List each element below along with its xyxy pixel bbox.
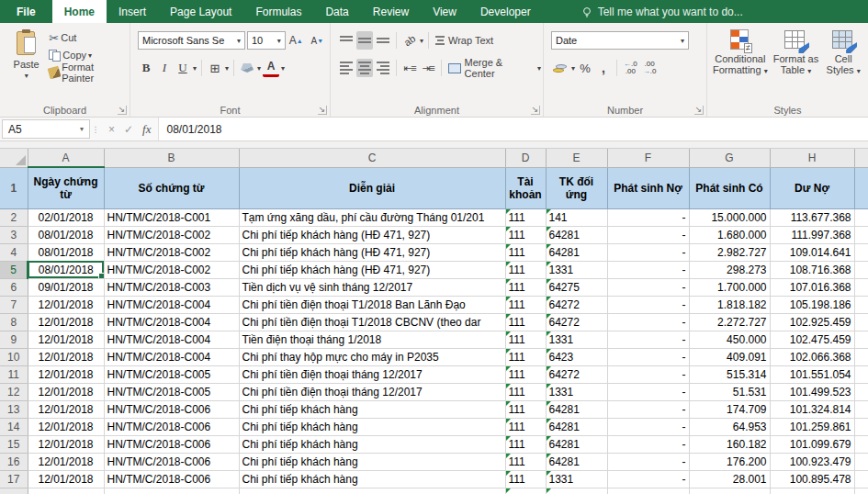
conditional-formatting-button[interactable]: ≠ Conditional Formatting ▾ (712, 26, 769, 102)
cell-B11[interactable]: HN/TM/C/2018-C005 (104, 365, 239, 383)
header-cell-B1[interactable]: Số chứng từ (104, 167, 239, 208)
cell-H13[interactable]: 101.324.814 (770, 400, 854, 418)
cell-A16[interactable]: 12/01/2018 (28, 453, 104, 470)
row-header-13[interactable]: 13 (0, 400, 28, 418)
column-header-partial[interactable] (854, 149, 868, 167)
italic-button[interactable]: I (156, 59, 173, 77)
cell-H2[interactable]: 113.677.368 (770, 208, 854, 226)
font-dialog-launcher[interactable]: ↘ (318, 106, 327, 115)
cell-F15[interactable]: - (607, 435, 689, 453)
cell-E11[interactable]: 64272 (546, 365, 607, 383)
cell-C11[interactable]: Chi phí tiền điện thoại tháng 12/2017 (239, 365, 505, 383)
cell-H15[interactable]: 101.099.679 (770, 435, 854, 453)
cell-H9[interactable]: 102.475.459 (770, 331, 854, 348)
header-cell-C1[interactable]: Diễn giải (239, 167, 505, 208)
cell-G17[interactable]: 28.001 (689, 470, 770, 488)
cell-D6[interactable]: 111 (505, 278, 546, 296)
cell-G11[interactable]: 515.314 (689, 365, 770, 383)
cell-partial-15[interactable] (854, 435, 868, 453)
align-right-button[interactable] (375, 59, 391, 77)
cell-F17[interactable]: - (607, 470, 689, 488)
format-painter-button[interactable]: Format Painter (49, 65, 128, 80)
formula-bar-input[interactable]: 08/01/2018 (159, 118, 868, 140)
row-header-6[interactable]: 6 (0, 278, 28, 296)
cell-E5[interactable]: 1331 (546, 261, 607, 278)
cell-H10[interactable]: 102.066.368 (770, 348, 854, 365)
cell-A11[interactable]: 12/01/2018 (28, 365, 104, 383)
cell-partial-17[interactable] (854, 470, 868, 488)
increase-indent-button[interactable]: ⇥≡ (420, 59, 436, 77)
tab-home[interactable]: Home (52, 0, 107, 23)
clipboard-dialog-launcher[interactable]: ↘ (118, 106, 127, 115)
cell-G8[interactable]: 2.272.727 (689, 313, 770, 331)
center-button[interactable] (356, 59, 373, 77)
column-header-H[interactable]: H (770, 149, 854, 167)
header-cell-E1[interactable]: TK đối ứng (546, 167, 607, 208)
cell-partial-16[interactable] (854, 453, 868, 470)
borders-dropdown-arrow[interactable]: ▾ (225, 64, 229, 73)
cell-partial-3[interactable] (854, 226, 868, 243)
cell-H5[interactable]: 108.716.368 (770, 261, 854, 278)
tab-file[interactable]: File (0, 0, 52, 23)
tab-formulas[interactable]: Formulas (243, 0, 313, 23)
row-header-9[interactable]: 9 (0, 331, 28, 348)
cell-G10[interactable]: 409.091 (689, 348, 770, 365)
cell-C13[interactable]: Chi phí tiếp khách hàng (239, 400, 505, 418)
cell-A17[interactable]: 12/01/2018 (28, 470, 104, 488)
cell-H14[interactable]: 101.259.861 (770, 418, 854, 435)
cell-E16[interactable]: 64281 (546, 453, 607, 470)
confirm-entry-icon[interactable]: ✓ (124, 123, 133, 136)
merge-center-button[interactable]: Merge & Center (446, 59, 535, 77)
cell-C9[interactable]: Tiền điện thoại tháng 1/2018 (239, 331, 505, 348)
cell-A4[interactable]: 08/01/2018 (28, 243, 104, 261)
cell-G2[interactable]: 15.000.000 (689, 208, 770, 226)
row-header-10[interactable]: 10 (0, 348, 28, 365)
cell-A14[interactable]: 12/01/2018 (28, 418, 104, 435)
cell-partial-2[interactable] (854, 208, 868, 226)
insert-function-icon[interactable]: fx (142, 122, 151, 137)
cell-E6[interactable]: 64275 (546, 278, 607, 296)
cell-partial-13[interactable] (854, 400, 868, 418)
format-as-table-button[interactable]: Format as Table ▾ (770, 26, 821, 102)
cell-F6[interactable]: - (607, 278, 689, 296)
cell-H12[interactable]: 101.499.523 (770, 383, 854, 400)
cell-partial-18-2[interactable] (239, 488, 505, 494)
cell-F10[interactable]: - (607, 348, 689, 365)
row-header-15[interactable]: 15 (0, 435, 28, 453)
wrap-text-button[interactable]: Wrap Text (434, 31, 495, 50)
underline-dropdown-arrow[interactable]: ▾ (193, 64, 197, 73)
row-header-2[interactable]: 2 (0, 208, 28, 226)
cell-F7[interactable]: - (607, 296, 689, 313)
cell-C2[interactable]: Tạm ứng xăng dầu, phí cầu đường Tháng 01… (239, 208, 505, 226)
cell-F16[interactable]: - (607, 453, 689, 470)
cell-D8[interactable]: 111 (505, 313, 546, 331)
cell-D11[interactable]: 111 (505, 365, 546, 383)
cell-G4[interactable]: 2.982.727 (689, 243, 770, 261)
cell-B6[interactable]: HN/TM/C/2018-C003 (104, 278, 239, 296)
cell-B16[interactable]: HN/TM/C/2018-C006 (104, 453, 239, 470)
cell-C15[interactable]: Chi phí tiếp khách hàng (239, 435, 505, 453)
cell-A12[interactable]: 12/01/2018 (28, 383, 104, 400)
cell-C6[interactable]: Tiền dịch vụ vệ sinh tháng 12/2017 (239, 278, 505, 296)
increase-decimal-button[interactable]: ←.0.00 (622, 59, 639, 77)
cell-B10[interactable]: HN/TM/C/2018-C004 (104, 348, 239, 365)
cell-H11[interactable]: 101.551.054 (770, 365, 854, 383)
cell-partial-9[interactable] (854, 331, 868, 348)
cell-partial-12[interactable] (854, 383, 868, 400)
cell-D9[interactable]: 111 (505, 331, 546, 348)
orientation-button[interactable]: ab (398, 28, 422, 53)
cell-G16[interactable]: 176.200 (689, 453, 770, 470)
cell-E17[interactable]: 1331 (546, 470, 607, 488)
cell-H6[interactable]: 107.016.368 (770, 278, 854, 296)
cell-C14[interactable]: Chi phí tiếp khách hàng (239, 418, 505, 435)
cell-C7[interactable]: Chi phí tiền điện thoại T1/2018 Ban Lãnh… (239, 296, 505, 313)
cell-G13[interactable]: 174.709 (689, 400, 770, 418)
font-name-combo[interactable]: Microsoft Sans Se▾ (138, 31, 245, 50)
comma-style-button[interactable]: , (595, 59, 612, 77)
cell-F9[interactable]: - (607, 331, 689, 348)
cell-H8[interactable]: 102.925.459 (770, 313, 854, 331)
tab-developer[interactable]: Developer (468, 0, 543, 23)
cell-partial-18-1[interactable] (104, 488, 239, 494)
cell-B13[interactable]: HN/TM/C/2018-C006 (104, 400, 239, 418)
fill-color-button[interactable] (239, 59, 255, 77)
